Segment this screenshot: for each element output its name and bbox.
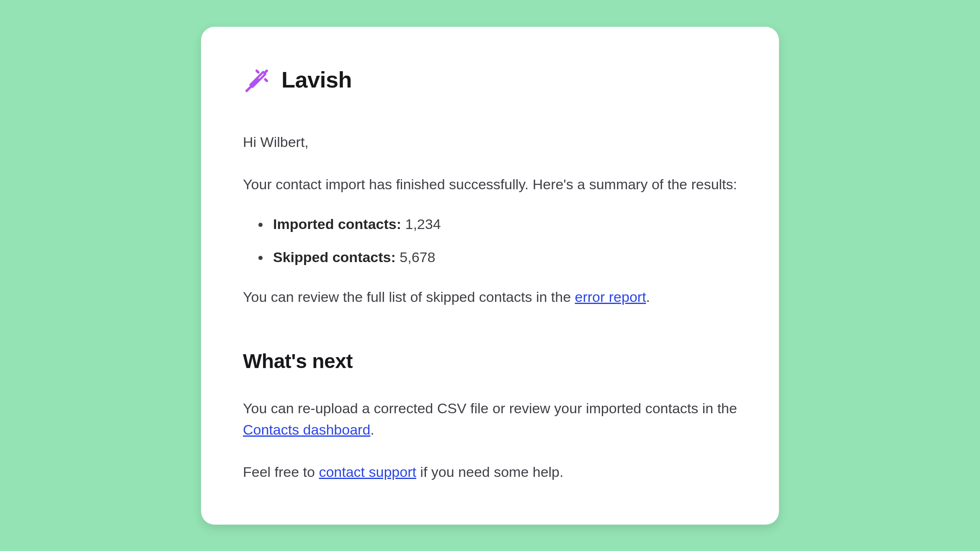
next-paragraph-1: You can re-upload a corrected CSV file o…: [243, 398, 737, 440]
next-p1-before: You can re-upload a corrected CSV file o…: [243, 400, 737, 416]
list-item: Skipped contacts: 5,678: [270, 249, 737, 265]
logo-row: Lavish: [243, 64, 737, 95]
next-p2-before: Feel free to: [243, 464, 319, 480]
review-after: .: [646, 289, 650, 305]
email-card: Lavish Hi Wilbert, Your contact import h…: [201, 27, 779, 525]
review-before: You can review the full list of skipped …: [243, 289, 575, 305]
review-paragraph: You can review the full list of skipped …: [243, 286, 737, 308]
whats-next-heading: What's next: [243, 350, 737, 373]
skipped-label: Skipped contacts:: [273, 249, 396, 265]
next-p1-after: .: [370, 422, 374, 438]
skipped-value: 5,678: [400, 249, 435, 265]
error-report-link[interactable]: error report: [575, 289, 646, 305]
imported-label: Imported contacts:: [273, 216, 401, 232]
contacts-dashboard-link[interactable]: Contacts dashboard: [243, 422, 370, 438]
list-item: Imported contacts: 1,234: [270, 216, 737, 232]
next-paragraph-2: Feel free to contact support if you need…: [243, 461, 737, 483]
stats-list: Imported contacts: 1,234 Skipped contact…: [243, 216, 737, 265]
imported-value: 1,234: [405, 216, 441, 232]
next-p2-after: if you need some help.: [416, 464, 564, 480]
intro-text: Your contact import has finished success…: [243, 174, 737, 195]
wand-sparkles-icon: [243, 64, 273, 95]
contact-support-link[interactable]: contact support: [319, 464, 416, 480]
greeting-text: Hi Wilbert,: [243, 131, 737, 153]
brand-name: Lavish: [281, 67, 352, 93]
